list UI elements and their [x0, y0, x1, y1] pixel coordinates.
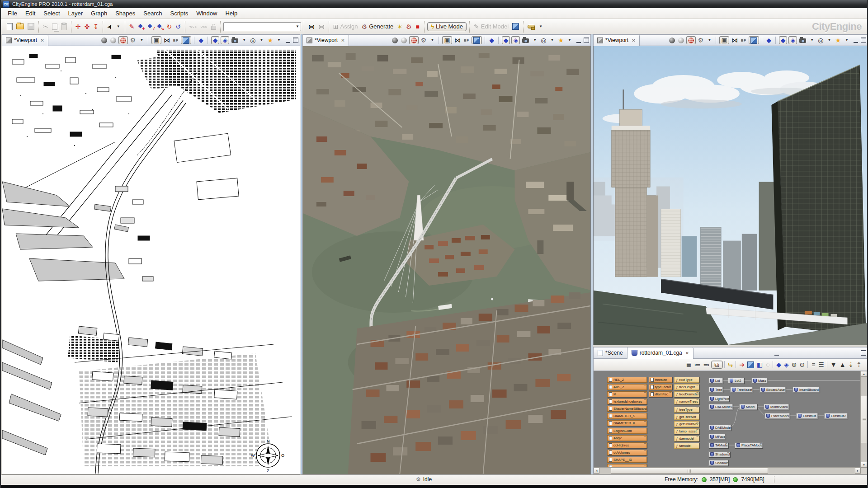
generate-button[interactable]: ⚙Generate	[360, 22, 395, 31]
minimize-view-icon[interactable]	[286, 38, 290, 43]
lens-button[interactable]: ◎	[817, 36, 824, 44]
show-all-rules-button[interactable]: ◈	[783, 361, 790, 369]
export-rules-button[interactable]: ➔	[738, 361, 746, 369]
select-nodes-button[interactable]: ◧	[755, 361, 764, 369]
bookmark-button[interactable]: ★	[266, 36, 274, 44]
shape-move-button[interactable]	[156, 22, 164, 31]
bookmark-dropdown[interactable]: ▼	[566, 36, 573, 44]
layout-rows-button[interactable]: ≣	[685, 361, 693, 369]
camera-dropdown[interactable]: ▼	[241, 36, 248, 44]
select-tool-dropdown[interactable]: ▼	[115, 22, 122, 31]
render-shaded-button[interactable]	[677, 36, 685, 44]
viewport-tab[interactable]: *Viewport ✕	[303, 35, 349, 46]
viewport-tab-close-icon[interactable]: ✕	[632, 38, 635, 43]
menu-select[interactable]: Select	[39, 9, 64, 18]
frame-all-button[interactable]: ◈	[511, 36, 520, 44]
scroll-down-icon[interactable]: ▾	[861, 462, 867, 468]
generate-options-button[interactable]: ⚙	[405, 22, 413, 31]
render-wireframe-button[interactable]	[668, 36, 676, 44]
frame-selection-button[interactable]: ◆	[502, 36, 510, 44]
shape-add-button[interactable]	[137, 22, 145, 31]
render-wireframe-button[interactable]	[391, 36, 399, 44]
minimize-view-icon[interactable]	[854, 38, 858, 43]
isolate-selection-button[interactable]: ◆	[765, 36, 773, 44]
render-textured-button[interactable]	[686, 36, 696, 44]
isolate-selection-button[interactable]: ◆	[488, 36, 495, 44]
lens-dropdown[interactable]: ▼	[548, 36, 556, 44]
map-viewport-canvas[interactable]: N O Z W	[2, 46, 300, 474]
menu-layer[interactable]: Layer	[64, 9, 87, 18]
aerial-viewport-canvas[interactable]	[302, 46, 591, 474]
key-tool-dropdown[interactable]: ▼	[537, 22, 544, 31]
menu-help[interactable]: Help	[221, 9, 241, 18]
key-tool-button[interactable]	[526, 22, 536, 31]
list-view-button[interactable]: ≡	[810, 361, 817, 369]
translate-tool-button[interactable]: ✜	[83, 22, 91, 31]
swap-layout-button[interactable]: ⇆	[726, 361, 735, 369]
viewport-tab-close-icon[interactable]: ✕	[341, 38, 344, 43]
graph-node-narrowTrees[interactable]: narrowTrees	[674, 399, 699, 404]
graph-node-doHighres[interactable]: doHighres	[607, 442, 647, 448]
wand-button[interactable]: ✶	[396, 22, 404, 31]
bookmark-button[interactable]: ★	[557, 36, 565, 44]
bookmark-dropdown[interactable]: ▼	[843, 36, 850, 44]
graph-edit-button[interactable]: ⋈	[307, 22, 316, 31]
background-toggle-button[interactable]: ▣	[719, 36, 729, 44]
select-tool-button[interactable]: ➤	[104, 21, 116, 32]
layout-graph-button[interactable]: ⧉	[711, 361, 723, 369]
stop-button[interactable]: ■	[414, 22, 421, 31]
isolate-selection-button[interactable]: ◆	[198, 36, 205, 44]
graph-node-treesize[interactable]: treesize	[649, 377, 672, 383]
camera-button[interactable]	[521, 36, 530, 44]
render-shaded-button[interactable]	[400, 36, 408, 44]
tab-scene[interactable]: *Scene	[594, 347, 627, 359]
model-display-button[interactable]	[749, 36, 759, 44]
wireframe-overlay-button[interactable]: ⋈	[453, 36, 462, 44]
graph-node-REL_Z[interactable]: REL_Z	[607, 377, 647, 383]
graph-node-PlaceTAModel[interactable]: PlaceTAModel	[735, 442, 763, 448]
graph-node-EnglishCom[interactable]: EnglishCom	[607, 428, 647, 434]
view-settings-button[interactable]: ⚙	[697, 36, 705, 44]
maximize-view-icon[interactable]	[861, 38, 866, 43]
camera-button[interactable]	[798, 36, 807, 44]
graph-node-MFace[interactable]: MFace	[708, 434, 726, 440]
graph-node-getTreeNbr[interactable]: getTreeNbr	[674, 414, 699, 420]
graph-node-tamodel[interactable]: tamodel	[674, 443, 699, 449]
render-textured-button[interactable]	[118, 36, 128, 44]
bookmark-button[interactable]: ★	[834, 36, 842, 44]
viewport-tab[interactable]: *Viewport ✕	[2, 35, 48, 46]
tab-rotterdam-cga[interactable]: rotterdam_01.cga ✕	[627, 347, 693, 359]
render-viewport-canvas[interactable]	[593, 46, 868, 345]
scroll-right-icon[interactable]: ▸	[855, 468, 861, 474]
live-mode-toggle[interactable]: ϟLive Mode	[427, 22, 467, 31]
rule-graph-canvas[interactable]: REL_ZABS_ZMtexturedshoeboxesShaderNameBi…	[594, 371, 861, 468]
graph-node-Shadows[interactable]: Shadows	[708, 460, 728, 466]
graph-node-typeFactor[interactable]: typeFactor	[649, 384, 672, 390]
graph-node-DIAMETER_S[interactable]: DIAMETER_S	[607, 413, 647, 419]
open-button[interactable]	[15, 22, 25, 31]
graph-node-treeType[interactable]: treeType	[674, 407, 699, 413]
model-cube-button[interactable]	[511, 22, 520, 31]
graph-node-roofType[interactable]: roofType	[674, 377, 699, 383]
pin-tool-button[interactable]: ↧	[92, 22, 100, 31]
graph-node-SHAPE__ID[interactable]: SHAPE__ID	[607, 457, 647, 463]
graph-node-Model[interactable]: Model	[739, 404, 757, 410]
cga-tab-close-icon[interactable]: ✕	[685, 351, 689, 356]
frame-all-button[interactable]: ◈	[788, 36, 797, 44]
maximize-view-icon[interactable]	[293, 38, 298, 43]
camera-button[interactable]	[231, 36, 239, 44]
zoom-in-button[interactable]: ⊕	[790, 361, 798, 369]
background-toggle-button[interactable]: ▣	[151, 36, 161, 44]
view-settings-dropdown[interactable]: ▼	[138, 36, 145, 44]
collapse-all-button[interactable]: ▼	[829, 361, 838, 369]
graph-node-Erasmus[interactable]: Erasmus	[796, 413, 818, 419]
menu-graph[interactable]: Graph	[87, 9, 111, 18]
graph-node-LightPole[interactable]: LightPole	[708, 396, 729, 402]
scroll-left-icon[interactable]: ◂	[594, 468, 599, 474]
lens-dropdown[interactable]: ▼	[258, 36, 265, 44]
lens-button[interactable]: ◎	[249, 36, 256, 44]
show-rule-button[interactable]: ◆	[775, 361, 783, 369]
lens-dropdown[interactable]: ▼	[826, 36, 833, 44]
minimize-view-icon[interactable]	[774, 351, 779, 356]
backface-toggle-button[interactable]: BF	[172, 36, 179, 44]
